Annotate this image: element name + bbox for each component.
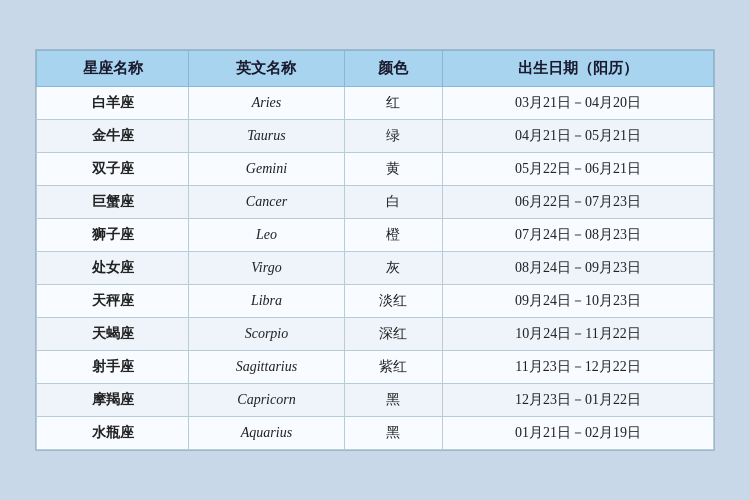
cell-5-3: 08月24日－09月23日: [443, 252, 714, 285]
cell-0-3: 03月21日－04月20日: [443, 87, 714, 120]
cell-4-2: 橙: [344, 219, 443, 252]
cell-6-2: 淡红: [344, 285, 443, 318]
cell-5-1: Virgo: [189, 252, 344, 285]
cell-1-0: 金牛座: [37, 120, 189, 153]
cell-3-3: 06月22日－07月23日: [443, 186, 714, 219]
cell-10-0: 水瓶座: [37, 417, 189, 450]
table-row: 天秤座Libra淡红09月24日－10月23日: [37, 285, 714, 318]
cell-3-1: Cancer: [189, 186, 344, 219]
cell-0-0: 白羊座: [37, 87, 189, 120]
cell-9-3: 12月23日－01月22日: [443, 384, 714, 417]
header-col-2: 颜色: [344, 51, 443, 87]
cell-7-0: 天蝎座: [37, 318, 189, 351]
cell-10-2: 黑: [344, 417, 443, 450]
cell-8-0: 射手座: [37, 351, 189, 384]
cell-2-3: 05月22日－06月21日: [443, 153, 714, 186]
cell-10-1: Aquarius: [189, 417, 344, 450]
cell-8-1: Sagittarius: [189, 351, 344, 384]
table-row: 巨蟹座Cancer白06月22日－07月23日: [37, 186, 714, 219]
cell-10-3: 01月21日－02月19日: [443, 417, 714, 450]
table-row: 金牛座Taurus绿04月21日－05月21日: [37, 120, 714, 153]
table-header-row: 星座名称英文名称颜色出生日期（阳历）: [37, 51, 714, 87]
cell-4-0: 狮子座: [37, 219, 189, 252]
cell-3-2: 白: [344, 186, 443, 219]
cell-4-1: Leo: [189, 219, 344, 252]
table-row: 水瓶座Aquarius黑01月21日－02月19日: [37, 417, 714, 450]
cell-2-1: Gemini: [189, 153, 344, 186]
header-col-1: 英文名称: [189, 51, 344, 87]
table-row: 天蝎座Scorpio深红10月24日－11月22日: [37, 318, 714, 351]
table-row: 处女座Virgo灰08月24日－09月23日: [37, 252, 714, 285]
cell-1-2: 绿: [344, 120, 443, 153]
table-row: 摩羯座Capricorn黑12月23日－01月22日: [37, 384, 714, 417]
table-body: 白羊座Aries红03月21日－04月20日金牛座Taurus绿04月21日－0…: [37, 87, 714, 450]
cell-7-1: Scorpio: [189, 318, 344, 351]
cell-2-0: 双子座: [37, 153, 189, 186]
table-row: 双子座Gemini黄05月22日－06月21日: [37, 153, 714, 186]
cell-8-3: 11月23日－12月22日: [443, 351, 714, 384]
cell-1-1: Taurus: [189, 120, 344, 153]
header-col-0: 星座名称: [37, 51, 189, 87]
cell-1-3: 04月21日－05月21日: [443, 120, 714, 153]
cell-6-1: Libra: [189, 285, 344, 318]
cell-0-2: 红: [344, 87, 443, 120]
cell-6-0: 天秤座: [37, 285, 189, 318]
zodiac-table-container: 星座名称英文名称颜色出生日期（阳历） 白羊座Aries红03月21日－04月20…: [35, 49, 715, 451]
cell-5-0: 处女座: [37, 252, 189, 285]
cell-2-2: 黄: [344, 153, 443, 186]
cell-0-1: Aries: [189, 87, 344, 120]
table-row: 射手座Sagittarius紫红11月23日－12月22日: [37, 351, 714, 384]
cell-7-2: 深红: [344, 318, 443, 351]
cell-9-0: 摩羯座: [37, 384, 189, 417]
cell-5-2: 灰: [344, 252, 443, 285]
table-row: 狮子座Leo橙07月24日－08月23日: [37, 219, 714, 252]
cell-3-0: 巨蟹座: [37, 186, 189, 219]
cell-8-2: 紫红: [344, 351, 443, 384]
header-col-3: 出生日期（阳历）: [443, 51, 714, 87]
cell-9-1: Capricorn: [189, 384, 344, 417]
zodiac-table: 星座名称英文名称颜色出生日期（阳历） 白羊座Aries红03月21日－04月20…: [36, 50, 714, 450]
cell-7-3: 10月24日－11月22日: [443, 318, 714, 351]
cell-6-3: 09月24日－10月23日: [443, 285, 714, 318]
cell-9-2: 黑: [344, 384, 443, 417]
table-row: 白羊座Aries红03月21日－04月20日: [37, 87, 714, 120]
cell-4-3: 07月24日－08月23日: [443, 219, 714, 252]
